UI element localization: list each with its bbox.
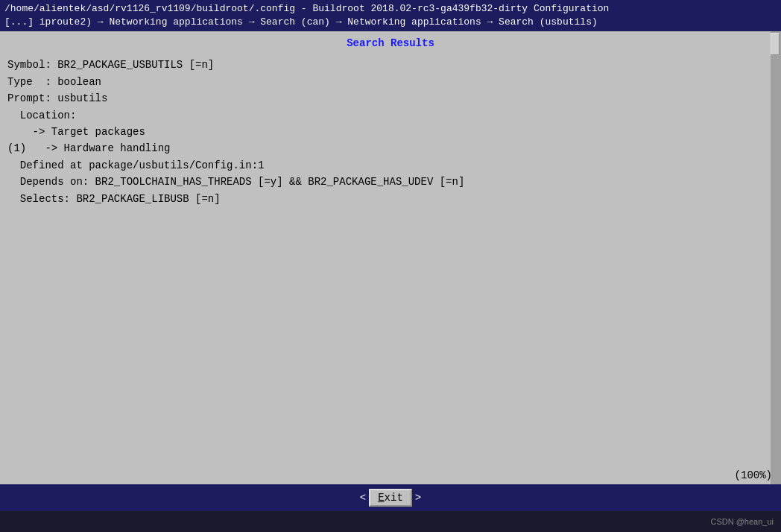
- search-results-title: Search Results: [0, 31, 781, 54]
- bottom-taskbar: CSDN @hean_ui: [0, 511, 781, 532]
- content-line: Defined at package/usbutils/Config.in:1: [7, 157, 774, 174]
- right-arrow: >: [412, 490, 424, 505]
- exit-button-container: < Exit >: [357, 489, 424, 507]
- content-body: Symbol: BR2_PACKAGE_USBUTILS [=n]Type : …: [0, 54, 781, 466]
- terminal-window: /home/alientek/asd/rv1126_rv1109/buildro…: [0, 0, 781, 532]
- exit-button[interactable]: Exit: [369, 489, 412, 507]
- percent-label: (100%): [735, 469, 772, 481]
- scrollbar[interactable]: [771, 31, 781, 484]
- content-line: Location:: [7, 107, 774, 124]
- title-line1: /home/alientek/asd/rv1126_rv1109/buildro…: [4, 2, 777, 16]
- main-content-area: Search Results Symbol: BR2_PACKAGE_USBUT…: [0, 31, 781, 484]
- title-line2: [...] iproute2) → Networking application…: [4, 16, 777, 29]
- content-line: (1) -> Hardware handling: [7, 140, 774, 156]
- content-line: Selects: BR2_PACKAGE_LIBUSB [=n]: [7, 191, 774, 207]
- content-line: Type : boolean: [7, 74, 774, 90]
- title-bar: /home/alientek/asd/rv1126_rv1109/buildro…: [0, 0, 781, 31]
- content-line: Prompt: usbutils: [7, 90, 774, 107]
- content-line: Depends on: BR2_TOOLCHAIN_HAS_THREADS [=…: [7, 174, 774, 190]
- scrollbar-track: [771, 31, 781, 484]
- scrollbar-thumb[interactable]: [771, 33, 780, 55]
- content-line: -> Target packages: [7, 124, 774, 140]
- exit-underline: E: [378, 492, 384, 504]
- left-arrow: <: [357, 490, 369, 505]
- button-row: < Exit >: [0, 484, 781, 511]
- content-line: Symbol: BR2_PACKAGE_USBUTILS [=n]: [7, 57, 774, 73]
- watermark: CSDN @hean_ui: [710, 517, 774, 526]
- exit-rest: xit: [385, 492, 403, 504]
- bottom-bar: (100%): [0, 466, 781, 484]
